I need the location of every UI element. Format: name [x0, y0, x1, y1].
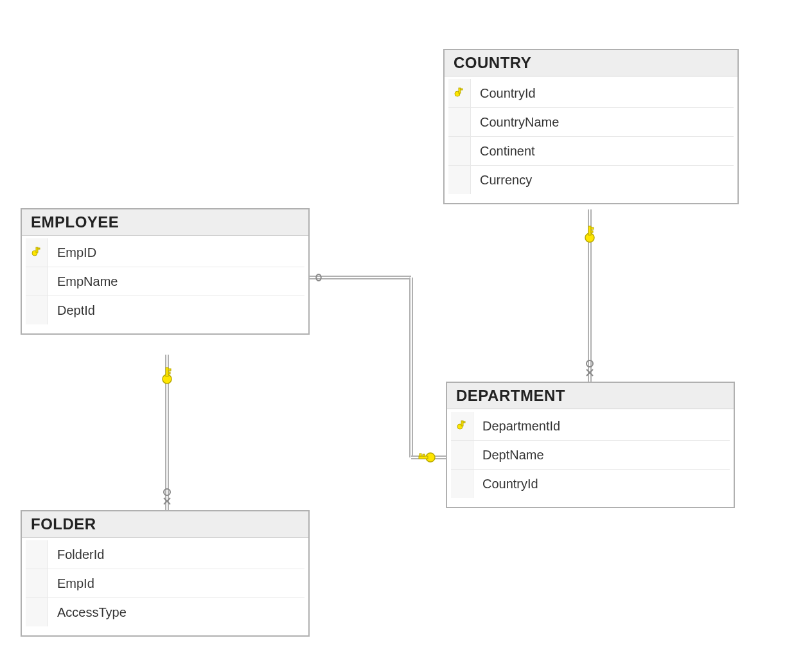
entity-columns: FolderId EmpId AccessType	[22, 538, 308, 635]
key-icon	[454, 86, 465, 100]
pk-cell	[26, 598, 48, 626]
entity-columns: EmpID EmpName DeptId	[22, 236, 308, 333]
rel-employee-department	[310, 274, 446, 462]
column-name: EmpName	[48, 274, 118, 289]
rel-department-country	[585, 209, 594, 382]
column-row[interactable]: DepartmentId	[451, 412, 730, 441]
column-name: CountryName	[471, 115, 559, 130]
entity-employee[interactable]: EMPLOYEE EmpID EmpName DeptId	[21, 208, 310, 335]
column-row[interactable]: CountryId	[451, 470, 730, 498]
column-name: DeptName	[473, 448, 544, 463]
column-row[interactable]: CountryId	[448, 79, 734, 108]
column-name: CountryId	[473, 477, 538, 491]
column-row[interactable]: Continent	[448, 137, 734, 166]
column-row[interactable]: DeptId	[26, 296, 304, 324]
svg-line-21	[164, 498, 170, 504]
pk-cell	[448, 137, 471, 165]
column-row[interactable]: EmpId	[26, 569, 304, 598]
key-icon	[31, 245, 42, 260]
svg-rect-25	[461, 89, 463, 90]
rel-folder-employee	[163, 355, 172, 510]
svg-rect-28	[38, 248, 40, 249]
entity-folder[interactable]: FOLDER FolderId EmpId AccessType	[21, 510, 310, 637]
column-name: FolderId	[48, 547, 104, 562]
column-name: EmpId	[48, 576, 94, 591]
pk-cell	[26, 569, 48, 597]
entity-title: EMPLOYEE	[22, 209, 308, 236]
pk-cell	[26, 267, 48, 296]
entity-columns: CountryId CountryName Continent Currency	[445, 76, 737, 203]
column-name: DepartmentId	[473, 419, 560, 434]
entity-title: DEPARTMENT	[447, 383, 734, 409]
column-name: AccessType	[48, 605, 127, 620]
pk-cell	[448, 166, 471, 194]
column-name: Currency	[471, 173, 532, 188]
column-row[interactable]: EmpName	[26, 267, 304, 296]
pk-cell	[26, 238, 48, 267]
entity-title: FOLDER	[22, 511, 308, 538]
column-name: EmpID	[48, 245, 96, 260]
column-name: CountryId	[471, 86, 536, 101]
svg-line-22	[164, 498, 170, 504]
svg-rect-31	[463, 421, 465, 423]
column-row[interactable]: FolderId	[26, 540, 304, 569]
svg-line-17	[587, 369, 593, 376]
key-icon	[456, 419, 468, 433]
entity-title: COUNTRY	[445, 50, 737, 76]
pk-cell	[26, 540, 48, 569]
column-row[interactable]: EmpID	[26, 238, 304, 267]
column-row[interactable]: DeptName	[451, 441, 730, 470]
column-row[interactable]: Currency	[448, 166, 734, 194]
column-row[interactable]: CountryName	[448, 108, 734, 137]
pk-cell	[451, 441, 473, 469]
pk-cell	[451, 412, 473, 440]
column-name: DeptId	[48, 303, 95, 318]
column-name: Continent	[471, 144, 535, 159]
column-row[interactable]: AccessType	[26, 598, 304, 626]
pk-cell	[448, 108, 471, 136]
svg-line-18	[587, 369, 593, 376]
entity-columns: DepartmentId DeptName CountryId	[447, 409, 734, 507]
pk-cell	[26, 296, 48, 324]
pk-cell	[451, 470, 473, 498]
entity-department[interactable]: DEPARTMENT DepartmentId DeptName Country…	[446, 382, 735, 508]
pk-cell	[448, 79, 471, 107]
diagram-canvas: COUNTRY CountryId CountryName Continent	[0, 0, 794, 672]
entity-country[interactable]: COUNTRY CountryId CountryName Continent	[443, 49, 739, 204]
